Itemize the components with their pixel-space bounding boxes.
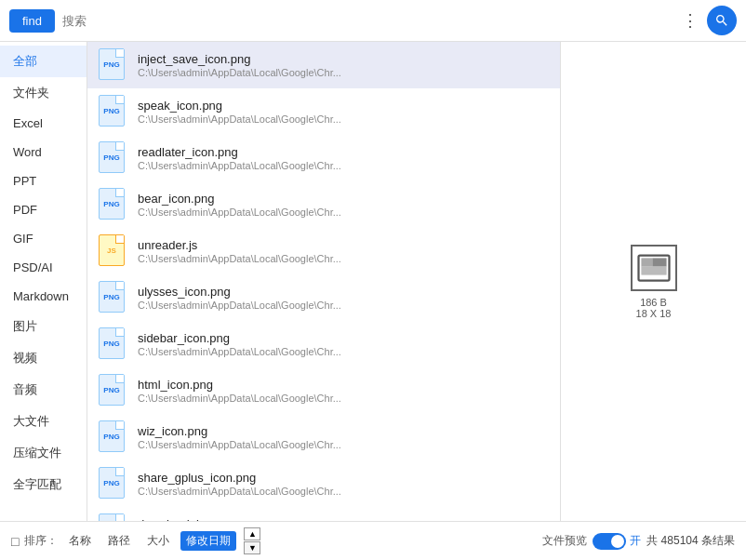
sidebar-item-zip[interactable]: 压缩文件: [0, 437, 87, 469]
file-path: C:\Users\admin\AppData\Local\Google\Chr.…: [138, 253, 341, 264]
file-info: readlater_icon.pngC:\Users\admin\AppData…: [138, 145, 341, 171]
file-name: share_gplus_icon.png: [138, 471, 341, 485]
file-icon: PNG: [99, 467, 128, 500]
sidebar-item-markdown[interactable]: Markdown: [0, 282, 87, 311]
file-path: C:\Users\admin\AppData\Local\Google\Chr.…: [138, 300, 341, 311]
sort-by-size[interactable]: 大小: [141, 531, 175, 551]
more-options-icon[interactable]: ⋮: [682, 10, 699, 31]
file-type-label: PNG: [103, 340, 119, 348]
header-right: ⋮: [682, 6, 737, 35]
preview-thumbnail: [631, 245, 677, 291]
sort-asc-button[interactable]: ▲: [244, 527, 260, 540]
main-area: 全部文件夹ExcelWordPPTPDFGIFPSD/AIMarkdown图片视…: [0, 42, 746, 521]
file-path: C:\Users\admin\AppData\Local\Google\Chr.…: [138, 113, 341, 125]
sort-by-date[interactable]: 修改日期: [180, 531, 236, 551]
file-type-label: PNG: [103, 200, 119, 208]
file-info: wiz_icon.pngC:\Users\admin\AppData\Local…: [138, 424, 341, 450]
file-info: unreader.jsC:\Users\admin\AppData\Local\…: [138, 238, 341, 264]
list-item[interactable]: PNGinject_save_icon.pngC:\Users\admin\Ap…: [87, 42, 560, 88]
file-path: C:\Users\admin\AppData\Local\Google\Chr.…: [138, 393, 341, 404]
sidebar-item-all[interactable]: 全部: [0, 46, 87, 77]
file-name: sidebar_icon.png: [138, 331, 341, 345]
file-type-label: PNG: [103, 433, 119, 441]
list-item[interactable]: PNGwiz_icon.pngC:\Users\admin\AppData\Lo…: [87, 414, 560, 460]
file-path: C:\Users\admin\AppData\Local\Google\Chr.…: [138, 439, 341, 450]
sidebar: 全部文件夹ExcelWordPPTPDFGIFPSD/AIMarkdown图片视…: [0, 42, 87, 521]
file-type-label: PNG: [103, 479, 119, 487]
file-name: speak_icon.png: [138, 99, 341, 113]
sort-by-name[interactable]: 名称: [63, 531, 97, 551]
file-icon: PNG: [99, 513, 128, 521]
search-input[interactable]: [62, 14, 674, 28]
file-info: ulysses_icon.pngC:\Users\admin\AppData\L…: [138, 285, 341, 311]
list-item[interactable]: PNGbear_icon.pngC:\Users\admin\AppData\L…: [87, 181, 560, 228]
svg-rect-4: [641, 266, 666, 274]
sidebar-item-large[interactable]: 大文件: [0, 406, 87, 437]
file-info: bear_icon.pngC:\Users\admin\AppData\Loca…: [138, 192, 341, 218]
file-path: C:\Users\admin\AppData\Local\Google\Chr.…: [138, 346, 341, 357]
sidebar-item-fullmatch[interactable]: 全字匹配: [0, 469, 87, 500]
file-path: C:\Users\admin\AppData\Local\Google\Chr.…: [138, 67, 341, 78]
file-name: wiz_icon.png: [138, 424, 341, 438]
file-info: sidebar_icon.pngC:\Users\admin\AppData\L…: [138, 331, 341, 357]
list-item[interactable]: PNGshare_gplus_icon.pngC:\Users\admin\Ap…: [87, 460, 560, 507]
file-preview-label: 文件预览: [542, 533, 587, 549]
search-icon: [714, 13, 729, 28]
preview-dimensions: 18 X 18: [636, 308, 672, 319]
sort-desc-button[interactable]: ▼: [244, 541, 260, 554]
list-item[interactable]: PNGulysses_icon.pngC:\Users\admin\AppDat…: [87, 274, 560, 321]
svg-rect-2: [641, 258, 652, 266]
list-item[interactable]: PNGhtml_icon.pngC:\Users\admin\AppData\L…: [87, 367, 560, 414]
file-info: html_icon.pngC:\Users\admin\AppData\Loca…: [138, 378, 341, 404]
file-icon: PNG: [99, 281, 128, 314]
toggle-on-label: 开: [630, 533, 641, 549]
sort-icon: □: [11, 534, 19, 549]
sidebar-item-word[interactable]: Word: [0, 138, 87, 167]
file-name: bear_icon.png: [138, 192, 341, 206]
file-path: C:\Users\admin\AppData\Local\Google\Chr.…: [138, 160, 341, 171]
file-type-label: PNG: [103, 107, 119, 115]
list-item[interactable]: PNGdownload_icon.pngC:\Users\admin\AppDa…: [87, 507, 560, 521]
list-item[interactable]: PNGreadlater_icon.pngC:\Users\admin\AppD…: [87, 135, 560, 181]
file-path: C:\Users\admin\AppData\Local\Google\Chr.…: [138, 486, 341, 497]
sort-by-path[interactable]: 路径: [102, 531, 136, 551]
sort-label: 排序：: [24, 533, 58, 549]
preview-size: 186 B: [640, 297, 667, 308]
file-type-label: PNG: [103, 386, 119, 394]
sidebar-item-psd[interactable]: PSD/AI: [0, 253, 87, 282]
file-name: readlater_icon.png: [138, 145, 341, 159]
file-name: html_icon.png: [138, 378, 341, 392]
file-info: speak_icon.pngC:\Users\admin\AppData\Loc…: [138, 99, 341, 125]
file-info: share_gplus_icon.pngC:\Users\admin\AppDa…: [138, 471, 341, 497]
sidebar-item-gif[interactable]: GIF: [0, 224, 87, 253]
preview-panel: 186 B 18 X 18: [560, 42, 746, 521]
sidebar-item-folder[interactable]: 文件夹: [0, 77, 87, 109]
file-icon: JS: [99, 234, 128, 268]
result-count: 共 485104 条结果: [646, 533, 735, 549]
sidebar-item-pdf[interactable]: PDF: [0, 195, 87, 224]
list-item[interactable]: JSunreader.jsC:\Users\admin\AppData\Loca…: [87, 228, 560, 274]
file-preview-toggle[interactable]: [593, 533, 626, 550]
file-type-label: JS: [107, 247, 116, 255]
sidebar-item-image[interactable]: 图片: [0, 311, 87, 342]
sidebar-item-video[interactable]: 视频: [0, 342, 87, 374]
sidebar-item-audio[interactable]: 音频: [0, 374, 87, 406]
sidebar-item-ppt[interactable]: PPT: [0, 167, 87, 195]
file-icon: PNG: [99, 420, 128, 454]
file-icon: PNG: [99, 374, 128, 407]
toggle-container: 开: [593, 533, 641, 550]
file-type-label: PNG: [103, 293, 119, 301]
file-name: unreader.js: [138, 238, 341, 252]
file-icon: PNG: [99, 327, 128, 361]
search-button[interactable]: [707, 6, 737, 35]
list-item[interactable]: PNGspeak_icon.pngC:\Users\admin\AppData\…: [87, 88, 560, 135]
sidebar-item-excel[interactable]: Excel: [0, 109, 87, 138]
find-button[interactable]: find: [9, 9, 55, 33]
file-icon: PNG: [99, 48, 128, 82]
footer: □ 排序： 名称 路径 大小 修改日期 ▲ ▼ 文件预览 开 共 485104 …: [0, 521, 746, 560]
file-info: inject_save_icon.pngC:\Users\admin\AppDa…: [138, 52, 341, 78]
file-list: PNGinject_save_icon.pngC:\Users\admin\Ap…: [87, 42, 560, 521]
file-icon: PNG: [99, 141, 128, 175]
file-path: C:\Users\admin\AppData\Local\Google\Chr.…: [138, 207, 341, 218]
list-item[interactable]: PNGsidebar_icon.pngC:\Users\admin\AppDat…: [87, 321, 560, 367]
